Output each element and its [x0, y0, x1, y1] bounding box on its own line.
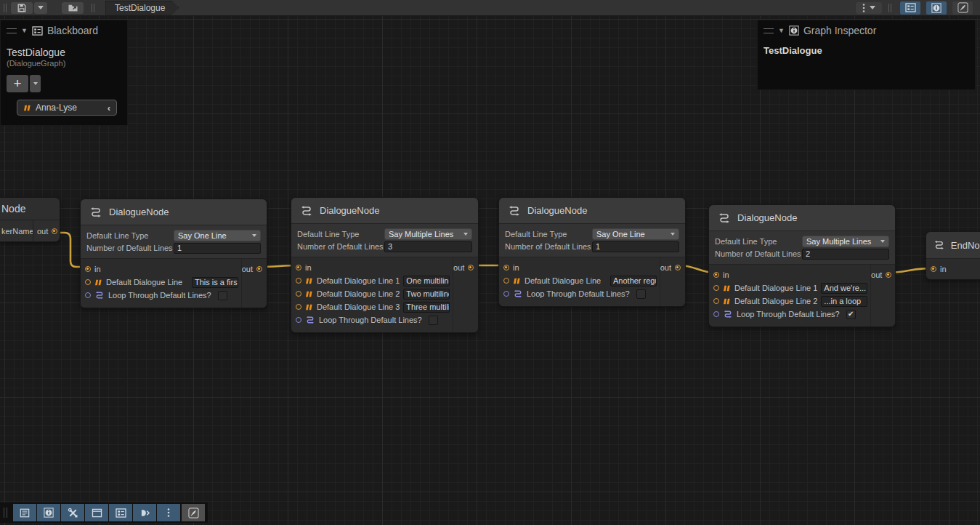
blackboard-toggle-button[interactable] — [109, 504, 132, 521]
input-port[interactable] — [713, 285, 719, 291]
toggle-inspector-button[interactable] — [926, 1, 947, 15]
inspector-header[interactable]: ▼ Graph Inspector — [758, 20, 975, 39]
dialogue-node-4[interactable]: DialogueNode Default Line Type Say Multi… — [708, 204, 896, 327]
dialogue-line-field[interactable]: This is a first — [192, 277, 238, 288]
options-menu-button[interactable] — [856, 2, 882, 14]
dialogue-line-field[interactable]: And we're... — [821, 283, 867, 294]
loop-checkbox[interactable] — [218, 291, 227, 300]
dialogue-line-field[interactable]: One multiline — [403, 276, 450, 286]
dropdown-value: Say One Line — [596, 230, 645, 239]
play-transition-icon — [139, 508, 150, 518]
line-count-field[interactable]: 1 — [592, 241, 679, 252]
chevron-left-icon[interactable]: ‹ — [108, 103, 110, 113]
dialogue-line-field[interactable]: Another regu — [610, 276, 657, 286]
inspector-title: Graph Inspector — [803, 25, 876, 36]
toggle-blackboard-button[interactable] — [900, 1, 920, 15]
preview-toggle-button[interactable] — [182, 504, 205, 521]
blackboard-title: Blackboard — [47, 25, 98, 36]
input-port[interactable] — [713, 311, 719, 317]
window-button[interactable] — [85, 504, 108, 521]
node-title-bar[interactable]: DialogueNode — [81, 199, 267, 225]
drag-handle-icon[interactable] — [7, 28, 17, 33]
input-port[interactable] — [503, 291, 509, 297]
input-port[interactable] — [713, 298, 719, 304]
dialogue-line-field[interactable]: Three multilin — [403, 302, 450, 313]
dropdown-value: Say Multiple Lines — [806, 237, 871, 246]
output-port[interactable] — [52, 228, 57, 234]
save-dropdown-button[interactable] — [34, 2, 47, 14]
add-property-button[interactable]: + — [7, 75, 28, 92]
add-property-dropdown[interactable] — [30, 75, 41, 92]
output-port[interactable] — [256, 266, 262, 272]
dialogue-line-field[interactable]: Two multiline — [403, 289, 450, 300]
port-label: kerName — [1, 227, 33, 236]
tools-button[interactable] — [61, 504, 84, 521]
blackboard-field-anna-lyse[interactable]: Anna-Lyse ‹ — [17, 100, 117, 116]
graph-editor-window: TestDialogue — [0, 0, 980, 525]
loop-icon — [94, 291, 105, 300]
dialogue-node-1[interactable]: DialogueNode Default Line Type Say One L… — [80, 199, 267, 308]
input-port[interactable] — [296, 278, 301, 284]
toggle-preview-button[interactable] — [952, 1, 973, 15]
node-properties: Default Line Type Say Multiple Lines Num… — [291, 224, 478, 257]
collapse-arrow-icon[interactable]: ▼ — [778, 28, 785, 34]
input-port[interactable] — [296, 291, 301, 297]
speaker-node-partial[interactable]: Node kerName out — [0, 197, 60, 242]
more-options-button[interactable] — [157, 504, 180, 521]
loop-icon — [723, 310, 733, 318]
loop-checkbox[interactable] — [429, 316, 438, 325]
graph-inspector-panel: ▼ Graph Inspector TestDialogue — [757, 20, 976, 90]
output-port[interactable] — [886, 272, 891, 278]
output-port[interactable] — [468, 265, 474, 270]
line-count-field[interactable]: 2 — [802, 249, 889, 260]
input-port[interactable] — [296, 265, 301, 270]
node-title: DialogueNode — [320, 205, 379, 216]
loop-checkbox[interactable]: ✔ — [846, 310, 856, 319]
input-port[interactable] — [931, 266, 936, 272]
toolbar-drag-handle[interactable] — [4, 508, 10, 518]
node-title-bar[interactable]: EndNode — [926, 232, 980, 259]
graph-tab[interactable]: TestDialogue — [105, 1, 179, 15]
quote-icon — [305, 304, 313, 310]
open-asset-button[interactable] — [62, 2, 84, 14]
line-type-dropdown[interactable]: Say Multiple Lines — [802, 236, 889, 247]
line-type-dropdown[interactable]: Say Multiple Lines — [384, 228, 472, 240]
save-button[interactable] — [11, 2, 33, 14]
input-port[interactable] — [85, 279, 91, 285]
line-type-dropdown[interactable]: Say One Line — [174, 230, 261, 241]
line-type-dropdown[interactable]: Say One Line — [592, 228, 679, 240]
quote-icon — [94, 279, 102, 286]
dialogue-line-field[interactable]: ...in a loop — [821, 296, 867, 307]
input-port[interactable] — [85, 292, 91, 298]
input-port[interactable] — [713, 272, 719, 278]
dialogue-flow-icon — [718, 212, 731, 224]
node-title-bar[interactable]: DialogueNode — [291, 198, 478, 224]
loop-checkbox[interactable] — [636, 289, 646, 299]
line-count-field[interactable]: 3 — [384, 241, 472, 252]
end-node[interactable]: EndNode in — [926, 231, 980, 280]
inspector-toggle-button[interactable] — [37, 504, 60, 521]
collapse-arrow-icon[interactable]: ▼ — [21, 28, 28, 34]
node-title-bar[interactable]: DialogueNode — [709, 205, 895, 231]
quote-icon — [305, 291, 313, 297]
drag-handle-icon[interactable] — [764, 28, 774, 33]
input-port[interactable] — [503, 278, 509, 284]
input-port[interactable] — [503, 265, 509, 270]
toolbar-drag-handle[interactable] — [2, 4, 8, 12]
blackboard-header[interactable]: ▼ Blackboard — [1, 20, 127, 39]
node-title: DialogueNode — [109, 207, 169, 217]
input-port[interactable] — [85, 266, 91, 272]
node-title-bar[interactable]: DialogueNode — [499, 198, 685, 224]
output-port[interactable] — [675, 265, 681, 270]
dialogue-node-3[interactable]: DialogueNode Default Line Type Say One L… — [498, 197, 686, 307]
input-port[interactable] — [296, 317, 301, 323]
dialogue-flow-icon — [89, 207, 102, 218]
dialogue-flow-icon — [300, 205, 313, 217]
info-icon — [44, 508, 54, 518]
input-port[interactable] — [296, 304, 301, 310]
console-button[interactable] — [13, 504, 36, 521]
play-preview-button[interactable] — [133, 504, 156, 521]
line-count-field[interactable]: 1 — [174, 243, 261, 254]
dialogue-node-2[interactable]: DialogueNode Default Line Type Say Multi… — [291, 197, 479, 333]
chevron-down-icon — [671, 233, 675, 236]
